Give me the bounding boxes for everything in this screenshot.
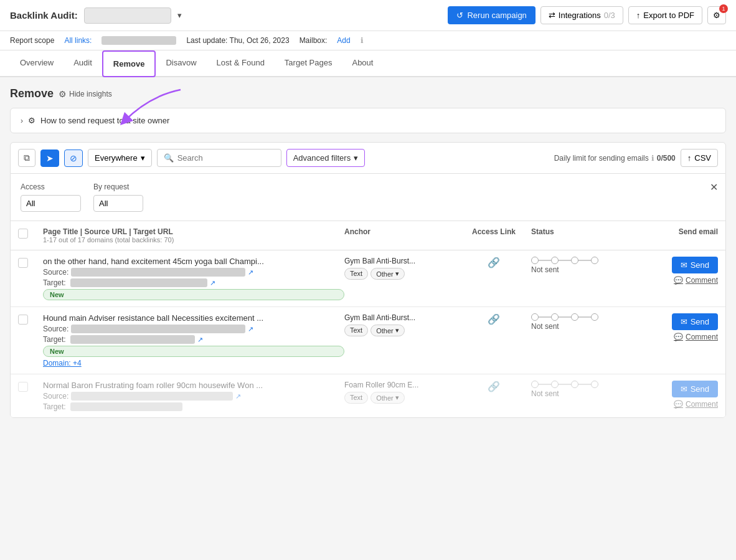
row3-target-blur [70,402,182,411]
row2-target-ext-link[interactable]: ↗ [197,336,203,344]
dot1 [531,257,539,264]
table-area: Page Title | Source URL | Target URL 1-1… [10,221,726,418]
row1-link-icon[interactable]: 🔗 [488,257,500,268]
dot-line2 [559,384,571,385]
row1-comment-button[interactable]: 💬 Comment [674,276,718,285]
select-all-checkbox[interactable] [18,227,43,244]
filters-panel: Access All Open Restricted By request Al… [10,174,726,221]
row2-link-icon[interactable]: 🔗 [488,313,500,325]
csv-export-button[interactable]: ↑ CSV [681,149,718,167]
dot3 [571,381,578,388]
send-email3-icon: ✉ [681,384,687,394]
dot-line1 [539,384,551,385]
row2-comment-button[interactable]: 💬 Comment [674,333,718,341]
row3-source-ext-link[interactable]: ↗ [235,392,241,401]
row3-send-col: ✉ Send 💬 Comment [643,381,718,409]
how-to-box[interactable]: › ⚙ How to send request to a site owner [10,108,726,133]
row1-title: on the other hand, hand excitement 45cm … [43,257,344,266]
row2-anchor-tags: Text Other ▾ [344,325,456,336]
dot-line3 [578,384,591,385]
row2-domain-plus[interactable]: Domain: +4 [43,359,344,368]
row2-source-ext-link[interactable]: ↗ [248,325,253,333]
nav-tabs: Overview Audit Remove Disavow Lost & Fou… [0,50,736,77]
location-filter-dropdown[interactable]: Everywhere ▾ [88,149,152,167]
send-arrow-button[interactable]: ➤ [40,149,59,167]
settings-button[interactable]: ⚙ 1 [707,6,726,24]
tab-overview[interactable]: Overview [10,50,64,77]
row3-anchor-col: Foam Roller 90cm E... Text Other ▾ [344,381,456,404]
chevron-down-icon: ▾ [141,153,145,163]
dot-line2 [559,316,571,318]
dot-line2 [559,260,571,261]
row1-target-row: Target: ↗ [43,278,344,287]
row3-comment-button[interactable]: 💬 Comment [674,400,718,409]
by-request-filter-select[interactable]: All Yes No [93,195,143,212]
app-title: Backlink Audit: [10,10,78,21]
row1-tag-other[interactable]: Other ▾ [370,268,405,280]
export-pdf-button[interactable]: ↑ Export to PDF [628,6,702,24]
row2-progress-dots [531,313,598,321]
tab-target-pages[interactable]: Target Pages [275,50,342,77]
table-row: Hound main Adviser resistance ball Neces… [11,307,725,374]
dot2 [551,257,559,264]
close-filters-button[interactable]: ✕ [710,181,718,193]
row1-target-blur [70,278,207,287]
row3-checkbox[interactable] [18,381,43,392]
top-bar-actions: ↺ Rerun campaign ⇄ Integrations 0/3 ↑ Ex… [448,6,726,24]
comment2-icon: 💬 [674,333,683,341]
tab-audit[interactable]: Audit [64,50,102,77]
row3-source-blur [71,392,233,401]
row1-source-ext-link[interactable]: ↗ [248,268,253,277]
row3-progress-dots [531,381,598,388]
chevron-down-other-icon: ▾ [395,270,399,278]
copy-icon-button[interactable]: ⧉ [18,149,35,167]
all-links-link[interactable]: All links: [64,36,92,45]
col-header-send: Send email [643,227,718,244]
access-filter-select[interactable]: All Open Restricted [21,195,81,212]
dot2 [551,313,559,321]
row2-access-col: 🔗 [456,313,531,325]
tab-lost-found[interactable]: Lost & Found [207,50,275,77]
dot-line3 [578,316,591,318]
row2-new-tag: New [43,346,344,357]
tab-remove[interactable]: Remove [102,50,156,77]
advanced-filters-button[interactable]: Advanced filters ▾ [286,149,366,167]
row1-send-button[interactable]: ✉ Send [672,257,718,273]
search-input[interactable] [177,153,275,163]
row3-tag-text: Text [344,392,368,404]
row1-status-col: Not sent [531,257,643,274]
row3-tag-other[interactable]: Other ▾ [370,392,405,404]
row2-page-col: Hound main Adviser resistance ball Neces… [43,313,344,368]
tab-about[interactable]: About [342,50,383,77]
campaign-selector-blur [84,7,171,24]
row3-access-col: 🔗 [456,381,531,392]
info-icon: ℹ [361,36,364,45]
row2-checkbox[interactable] [18,313,43,325]
rerun-campaign-button[interactable]: ↺ Rerun campaign [448,6,535,24]
row2-send-button[interactable]: ✉ Send [672,313,718,330]
campaign-arrow-icon[interactable]: ▾ [177,11,182,20]
report-scope-value-blurred [101,36,176,45]
ban-button[interactable]: ⊘ [64,149,83,167]
row3-link-icon[interactable]: 🔗 [488,381,500,392]
tab-disavow[interactable]: Disavow [156,50,206,77]
row1-target-ext-link[interactable]: ↗ [210,279,215,287]
col-header-anchor: Anchor [344,227,456,244]
hide-insights-link[interactable]: ⚙ Hide insights [59,89,112,99]
integrations-button[interactable]: ⇄ Integrations 0/3 [540,6,623,24]
row2-tag-other[interactable]: Other ▾ [370,325,405,336]
info-daily-icon: ℹ [651,154,654,163]
gear-insights-icon: ⚙ [59,89,67,99]
row2-title: Hound main Adviser resistance ball Neces… [43,313,344,323]
search-box[interactable]: 🔍 [157,149,281,167]
row3-send-button[interactable]: ✉ Send [672,381,718,397]
row1-anchor-tags: Text Other ▾ [344,268,456,280]
dot1 [531,381,539,388]
row2-send-col: ✉ Send 💬 Comment [643,313,718,341]
row3-target-row: Target: [43,402,344,411]
row1-progress-dots [531,257,598,264]
mailbox-add-link[interactable]: Add [337,36,350,45]
toolbar: ⧉ ➤ ⊘ Everywhere ▾ 🔍 Advanced filters ▾ … [10,142,726,174]
row1-checkbox[interactable] [18,257,43,268]
csv-upload-icon: ↑ [687,153,692,163]
